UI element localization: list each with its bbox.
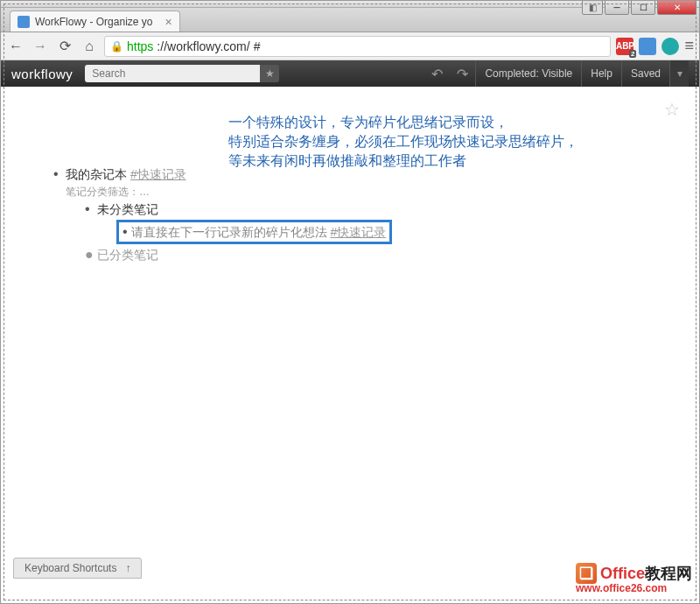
abp-badge: 2 xyxy=(629,50,636,58)
url-hash: # xyxy=(254,39,261,53)
window-minimize-button[interactable]: ─ xyxy=(605,0,629,15)
watermark-icon: ❏ xyxy=(576,563,597,584)
url-protocol: https xyxy=(127,39,153,53)
watermark-title-red: Office xyxy=(600,565,645,582)
bullet-icon[interactable]: • xyxy=(85,200,97,218)
outline-item[interactable]: • 请直接在下一行记录新的碎片化想法 #快速记录 xyxy=(116,220,647,244)
url-host: ://workflowy.com/ xyxy=(157,39,249,53)
window-maximize-button[interactable]: ☐ xyxy=(631,0,655,15)
tab-close-icon[interactable]: × xyxy=(164,15,172,29)
outline-item[interactable]: • 未分类笔记 xyxy=(85,200,647,218)
workflowy-toolbar: workflowy ★ ↶ ↷ Completed: Visible Help … xyxy=(1,60,699,87)
page-star-icon[interactable]: ☆ xyxy=(664,99,680,120)
forward-button[interactable]: → xyxy=(31,37,50,56)
browser-tab[interactable]: WorkFlowy - Organize yo × xyxy=(10,11,180,32)
browser-address-bar: ← → ⟳ ⌂ 🔒 https://workflowy.com/# ABP 2 … xyxy=(1,32,699,60)
window-titlebar: ◧ ─ ☐ ✕ xyxy=(1,1,699,8)
back-button[interactable]: ← xyxy=(6,37,25,56)
lock-icon: 🔒 xyxy=(110,40,123,53)
content-area: ☆ 一个特殊的设计，专为碎片化思绪记录而设， 特别适合杂务缠身，必须在工作现场快… xyxy=(1,87,699,568)
browser-menu-button[interactable]: ≡ xyxy=(684,37,694,55)
outline-item-completed[interactable]: ● 已分类笔记 xyxy=(85,246,647,263)
keyboard-shortcuts-button[interactable]: Keyboard Shortcuts ↑ xyxy=(13,558,142,579)
tag-link[interactable]: #快速记录 xyxy=(130,167,186,181)
watermark-title-black: 教程网 xyxy=(645,565,692,582)
arrow-up-icon: ↑ xyxy=(125,562,130,574)
url-input[interactable]: 🔒 https://workflowy.com/# xyxy=(104,36,611,57)
window-settings-button[interactable]: ◧ xyxy=(582,0,603,15)
watermark: ❏ Office教程网 www.office26.com xyxy=(576,563,692,594)
home-button[interactable]: ⌂ xyxy=(80,37,99,56)
bullet-icon[interactable]: • xyxy=(53,165,66,183)
completed-toggle[interactable]: Completed: Visible xyxy=(475,60,581,87)
annotation-line: 特别适合杂务缠身，必须在工作现场快速记录思绪碎片， xyxy=(228,132,578,151)
item-note[interactable]: 笔记分类筛选：… xyxy=(66,185,647,199)
watermark-url: www.office26.com xyxy=(576,582,692,594)
item-text[interactable]: 请直接在下一行记录新的碎片化想法 #快速记录 xyxy=(131,225,387,239)
window-close-button[interactable]: ✕ xyxy=(657,0,696,15)
annotation-line: 一个特殊的设计，专为碎片化思绪记录而设， xyxy=(228,113,578,132)
saved-status: Saved xyxy=(621,60,669,87)
item-text[interactable]: 已分类笔记 xyxy=(97,246,158,263)
extension-teal-icon[interactable] xyxy=(662,38,679,55)
annotation-line: 等未来有闲时再做推敲和整理的工作者 xyxy=(228,151,578,171)
outline-root: • 我的杂记本 #快速记录 笔记分类筛选：… • 未分类笔记 • 请直接在下一行… xyxy=(53,165,647,263)
search-input[interactable] xyxy=(85,65,260,82)
help-button[interactable]: Help xyxy=(581,60,621,87)
tab-favicon xyxy=(18,16,30,28)
kbd-label: Keyboard Shortcuts xyxy=(24,562,116,574)
redo-button[interactable]: ↷ xyxy=(457,66,468,82)
tab-title: WorkFlowy - Organize yo xyxy=(35,16,152,28)
highlighted-item: • 请直接在下一行记录新的碎片化想法 #快速记录 xyxy=(116,220,392,244)
item-text[interactable]: 未分类笔记 xyxy=(97,200,158,218)
star-button[interactable]: ★ xyxy=(260,65,279,82)
menu-dropdown[interactable]: ▾ xyxy=(669,60,689,87)
bullet-icon[interactable]: • xyxy=(122,224,128,239)
extension-abp-icon[interactable]: ABP 2 xyxy=(616,38,634,55)
workflowy-logo[interactable]: workflowy xyxy=(11,67,73,81)
undo-button[interactable]: ↶ xyxy=(431,66,443,82)
tag-link[interactable]: #快速记录 xyxy=(330,225,386,239)
bullet-icon[interactable]: ● xyxy=(85,246,97,263)
extension-blue-icon[interactable] xyxy=(639,38,656,55)
reload-button[interactable]: ⟳ xyxy=(55,37,74,56)
item-text[interactable]: 我的杂记本 #快速记录 xyxy=(66,165,186,183)
annotation-overlay: 一个特殊的设计，专为碎片化思绪记录而设， 特别适合杂务缠身，必须在工作现场快速记… xyxy=(228,113,578,171)
